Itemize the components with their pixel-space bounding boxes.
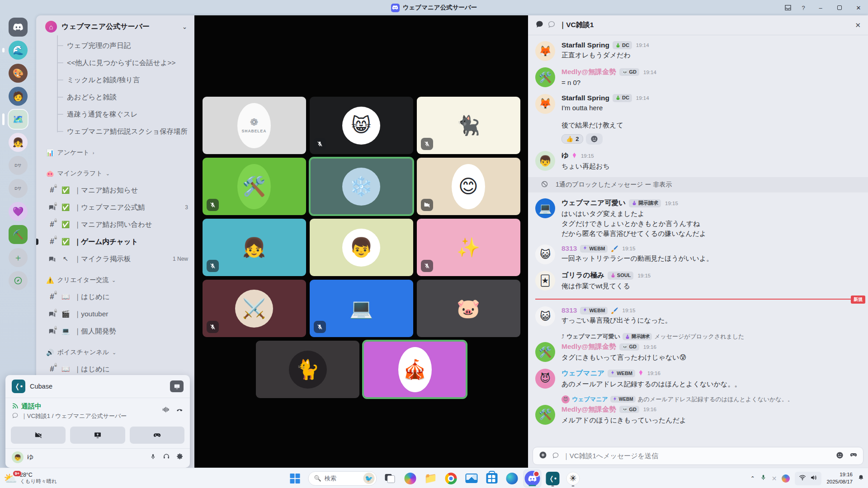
- rail-server-9[interactable]: ⛏️: [9, 225, 28, 244]
- taskbar-app-copilot[interactable]: [401, 469, 420, 488]
- rail-server-8[interactable]: 💜: [9, 202, 28, 221]
- author-name[interactable]: ゴリラの極み: [561, 271, 604, 280]
- author-name[interactable]: ゆ: [561, 151, 569, 160]
- video-tile[interactable]: 🛠️: [203, 158, 306, 215]
- author-name[interactable]: 8313: [561, 306, 577, 314]
- section-header[interactable]: 📊アンケート›: [36, 145, 194, 161]
- avatar[interactable]: 👦: [535, 151, 555, 171]
- reply-author[interactable]: ウェブマニア: [572, 395, 608, 404]
- notification-bell-icon[interactable]: [858, 474, 864, 483]
- avatar[interactable]: 🛠️: [535, 342, 555, 362]
- reply-author[interactable]: ウェブマニア可愛い: [566, 333, 620, 341]
- mic-icon[interactable]: [150, 453, 156, 462]
- channel-item[interactable]: ↖｜マイクラ掲示板1 New: [36, 250, 194, 267]
- inbox-icon[interactable]: [780, 1, 796, 14]
- rail-server-5[interactable]: 👧: [9, 133, 28, 152]
- author-name[interactable]: ウェブマニア可愛い: [561, 198, 626, 208]
- stream-activity-button[interactable]: [170, 380, 184, 392]
- close-icon[interactable]: ✕: [855, 21, 861, 29]
- rail-add-server[interactable]: ＋: [9, 248, 28, 267]
- video-tile[interactable]: ⚔️: [203, 280, 306, 337]
- video-tile[interactable]: ✨: [417, 219, 520, 276]
- section-header[interactable]: ⚠️クリエイター交流⌄: [36, 272, 194, 288]
- thread-item[interactable]: ウェブ完理の声日記: [53, 37, 194, 54]
- video-tile[interactable]: 💻: [310, 280, 413, 337]
- copilot-tray-icon[interactable]: [782, 474, 790, 483]
- channel-item[interactable]: 🔒✅｜ウェブマニア公式鯖3: [36, 199, 194, 216]
- taskbar-app-edge[interactable]: [503, 469, 521, 488]
- thread-item[interactable]: 過疎う通貨を稼ぐスレ: [53, 106, 194, 123]
- gif-controller-icon[interactable]: [849, 451, 858, 461]
- emoji-picker-icon[interactable]: [835, 451, 844, 461]
- camera-toggle-button[interactable]: [11, 427, 66, 444]
- network-volume-pill[interactable]: [795, 472, 821, 485]
- video-tile[interactable]: 🎪: [363, 341, 467, 398]
- add-reaction-button[interactable]: [586, 133, 603, 145]
- channel-item[interactable]: #🔒✅｜マニア鯖お知らせ: [36, 182, 194, 199]
- tray-overflow-chevron-icon[interactable]: ⌃: [750, 475, 755, 482]
- taskbar-app-discord[interactable]: [524, 469, 542, 488]
- avatar[interactable]: 🃏: [535, 271, 555, 291]
- minimize-button[interactable]: –: [811, 0, 830, 15]
- disconnect-call-icon[interactable]: [176, 406, 184, 415]
- author-name[interactable]: Medly@無課金勢: [561, 405, 616, 414]
- author-name[interactable]: Medly@無課金勢: [561, 67, 616, 77]
- channel-item[interactable]: #🔒✅｜ゲーム内チャット: [36, 233, 194, 250]
- taskbar-app-task-view[interactable]: [381, 469, 399, 488]
- attach-plus-icon[interactable]: [538, 450, 547, 461]
- maximize-button[interactable]: [830, 0, 849, 15]
- taskbar-app-file-explorer[interactable]: 📁: [422, 469, 440, 488]
- tray-x-icon[interactable]: ✕: [772, 475, 777, 482]
- author-name[interactable]: ウェブマニア: [561, 369, 604, 378]
- message-input[interactable]: ｜VC雑談1へメッセージを送信: [552, 452, 831, 460]
- gear-icon[interactable]: [176, 453, 184, 462]
- rail-server-7[interactable]: Dサ: [9, 179, 28, 198]
- channel-item[interactable]: #🔒✅｜マニア鯖お問い合わせ: [36, 216, 194, 233]
- video-tile[interactable]: ❁SHABELEA: [203, 97, 306, 154]
- taskbar-app-chatgpt[interactable]: ✳: [564, 469, 582, 488]
- call-location[interactable]: ｜VC雑談1 / ウェブマニア公式サーバー: [21, 412, 127, 420]
- video-tile[interactable]: 😸: [310, 97, 413, 154]
- weather-widget[interactable]: ⛅9+ 28°C くもり時々晴れ: [4, 469, 57, 487]
- activity-button[interactable]: [130, 427, 184, 444]
- rail-discord-home[interactable]: [9, 18, 28, 37]
- rail-explore[interactable]: [9, 271, 28, 290]
- author-name[interactable]: Medly@無課金勢: [561, 342, 616, 352]
- video-tile[interactable]: 🐷: [417, 280, 520, 337]
- server-header[interactable]: ⌂ ウェブマニア公式サーバー ⌄: [36, 16, 194, 37]
- voice-activity-icon[interactable]: [162, 406, 170, 415]
- avatar[interactable]: 💻: [535, 198, 555, 218]
- reaction-pill[interactable]: 👍2: [561, 134, 583, 144]
- taskbar-app-chrome[interactable]: [442, 469, 460, 488]
- video-tile[interactable]: 🐈‍⬛: [417, 97, 520, 154]
- reply-context[interactable]: ⤴ウェブマニア可愛い開示請求メッセージがブロックされました: [561, 333, 861, 341]
- search-input[interactable]: 🔍検索🐦: [308, 471, 377, 486]
- blocked-message-row[interactable]: 1通のブロックしたメッセージ ー 非表示: [528, 177, 868, 192]
- channel-item[interactable]: #🔒📖｜はじめに: [36, 288, 194, 305]
- thread-item[interactable]: ミックルと雑談/独り言: [53, 71, 194, 89]
- avatar[interactable]: 😈: [535, 369, 555, 389]
- channel-item[interactable]: 🔒🎬｜youtuber: [36, 305, 194, 323]
- avatar[interactable]: 😺: [535, 306, 555, 326]
- headset-icon[interactable]: [163, 453, 170, 462]
- video-tile[interactable]: 👧: [203, 219, 306, 276]
- thread-item[interactable]: あおどらと雑談: [53, 89, 194, 106]
- taskbar-app-mail[interactable]: [462, 469, 481, 488]
- avatar[interactable]: 🛠️: [535, 405, 555, 425]
- author-name[interactable]: 8313: [561, 244, 577, 253]
- video-tile[interactable]: 🐈: [256, 341, 359, 398]
- close-button[interactable]: ✕: [849, 0, 868, 15]
- author-name[interactable]: Starfall Spring: [561, 94, 609, 102]
- rail-server-1[interactable]: 🌊: [9, 41, 28, 60]
- section-header[interactable]: 🔊ボイスチャンネル⌄: [36, 344, 194, 361]
- clock[interactable]: 19:16 2025/08/17: [826, 471, 853, 485]
- taskbar-app-start[interactable]: [286, 469, 304, 488]
- section-header[interactable]: 🐽マインクラフト⌄: [36, 165, 194, 182]
- avatar[interactable]: 🦊: [535, 94, 555, 114]
- rail-server-6[interactable]: Dサ: [9, 156, 28, 175]
- video-tile[interactable]: 👦: [310, 219, 413, 276]
- author-name[interactable]: Starfall Spring: [561, 41, 609, 49]
- avatar[interactable]: 😺: [535, 244, 555, 264]
- rail-server-webmania[interactable]: 🗺️: [9, 110, 28, 129]
- mic-in-use-icon[interactable]: [760, 474, 767, 483]
